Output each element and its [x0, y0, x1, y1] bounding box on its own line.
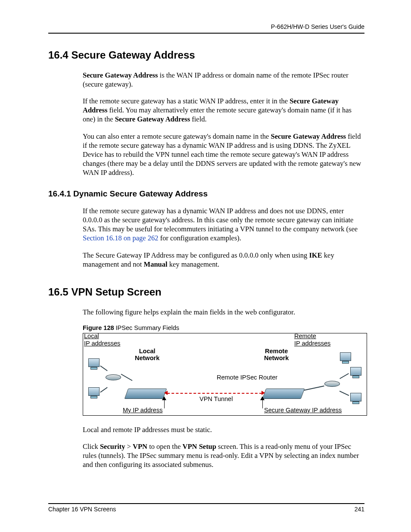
- paragraph: If the remote secure gateway has a stati…: [83, 96, 364, 124]
- heading-16-5: 16.5 VPN Setup Screen: [48, 286, 364, 298]
- bold: Security: [100, 442, 125, 451]
- net-line: [304, 386, 324, 391]
- footer-chapter: Chapter 16 VPN Screens: [48, 506, 116, 513]
- callout-line: [164, 399, 165, 408]
- net-line: [339, 391, 349, 396]
- paragraph: The Secure Gateway IP Address may be con…: [83, 251, 364, 269]
- text: If the remote secure gateway has a stati…: [83, 97, 290, 105]
- vpn-tunnel-line: [167, 393, 262, 394]
- router-icon: [262, 389, 305, 399]
- bold: Manual: [144, 260, 168, 268]
- figure-label-my-ip: My IP address: [123, 407, 162, 414]
- bold: Secure Gateway Address: [83, 71, 158, 79]
- bold: IKE: [309, 251, 322, 259]
- figure-label-remote-ipsec-router: Remote IPSec Router: [217, 374, 277, 381]
- text: Click: [83, 442, 100, 451]
- arrow-icon: [162, 396, 166, 400]
- text: to open the: [147, 442, 183, 451]
- heading-16-4: 16.4 Secure Gateway Address: [48, 49, 364, 61]
- pc-icon: [88, 387, 100, 398]
- callout-line: [262, 399, 263, 408]
- text: You can also enter a remote secure gatew…: [83, 132, 271, 140]
- footer-rule: [48, 503, 364, 504]
- page-footer: Chapter 16 VPN Screens 241: [48, 503, 364, 513]
- pc-icon: [88, 358, 100, 370]
- paragraph: Secure Gateway Address is the WAN IP add…: [83, 71, 364, 89]
- net-line: [121, 373, 133, 381]
- figure-label-vpn-tunnel: VPN Tunnel: [199, 395, 233, 402]
- heading-16-4-1: 16.4.1 Dynamic Secure Gateway Address: [48, 189, 364, 199]
- text: for configuration examples).: [159, 234, 241, 242]
- hub-icon: [324, 381, 340, 387]
- figure-caption: Figure 128 IPSec Summary Fields: [83, 324, 364, 331]
- figure-label-local-network: Local Network: [135, 348, 159, 362]
- bold: VPN Setup: [183, 442, 216, 451]
- paragraph: Local and remote IP addresses must be st…: [83, 425, 364, 434]
- figure-label-remote-network: Remote Network: [264, 348, 289, 362]
- arrow-icon: [260, 396, 265, 400]
- running-header: P-662H/HW-D Series User's Guide: [48, 23, 364, 30]
- bold: VPN: [133, 442, 147, 451]
- cross-ref-link[interactable]: Section 16.18 on page 262: [83, 234, 159, 242]
- arrow-icon: [262, 391, 265, 395]
- hub-icon: [106, 374, 121, 380]
- paragraph: The following figure helps explain the m…: [83, 308, 364, 317]
- figure-number: Figure 128: [83, 324, 114, 331]
- arrow-icon: [164, 391, 168, 395]
- figure-title: IPSec Summary Fields: [114, 324, 180, 331]
- paragraph: You can also enter a remote secure gatew…: [83, 132, 364, 177]
- figure-label-secure-gw: Secure Gateway IP address: [264, 407, 342, 414]
- footer-page-number: 241: [355, 506, 364, 513]
- net-line: [100, 387, 108, 392]
- text: field.: [190, 115, 207, 123]
- bold: Secure Gateway Address: [271, 132, 346, 140]
- router-icon: [125, 389, 167, 399]
- text: key management.: [168, 260, 220, 268]
- pc-icon: [350, 367, 361, 378]
- paragraph: If the remote secure gateway has a dynam…: [83, 206, 364, 243]
- net-line: [100, 365, 108, 371]
- figure-ipsec-summary: Local IP addresses Remote IP addresses L…: [83, 333, 367, 416]
- text: If the remote secure gateway has a dynam…: [83, 207, 358, 233]
- pc-icon: [340, 352, 351, 364]
- text: The Secure Gateway IP Address may be con…: [83, 251, 309, 259]
- net-line: [339, 373, 349, 379]
- pc-icon: [350, 393, 361, 404]
- figure-label-local-ip: Local IP addresses: [84, 333, 120, 347]
- bold: Secure Gateway Address: [115, 115, 190, 123]
- text: >: [125, 442, 133, 451]
- figure-label-remote-ip: Remote IP addresses: [294, 333, 330, 347]
- paragraph: Click Security > VPN to open the VPN Set…: [83, 442, 364, 469]
